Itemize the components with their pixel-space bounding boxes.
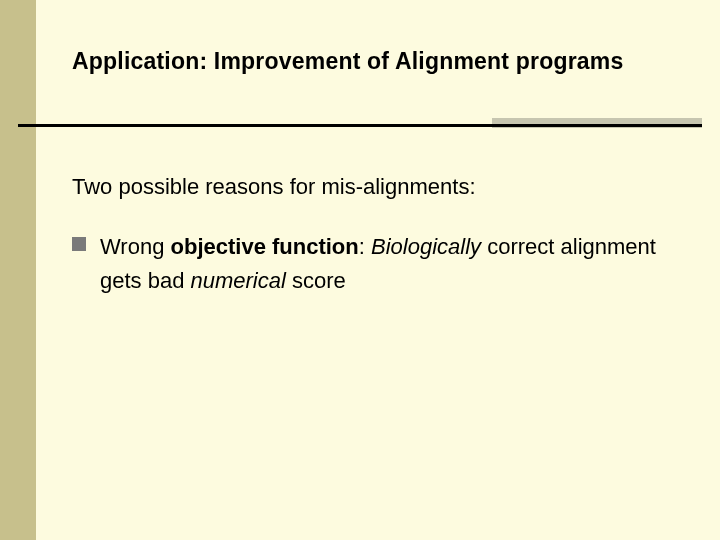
bullet-text: Wrong objective function: Biologically c… (100, 230, 672, 298)
bullet-numerical: numerical (191, 268, 286, 293)
slide: Application: Improvement of Alignment pr… (0, 0, 720, 540)
intro-text: Two possible reasons for mis-alignments: (72, 172, 668, 202)
left-accent-band (0, 0, 36, 540)
divider-line (18, 124, 702, 127)
bullet-biologically: Biologically (371, 234, 481, 259)
bullet-tail: score (286, 268, 346, 293)
bullet-colon: : (359, 234, 371, 259)
bullet-lead: Wrong (100, 234, 171, 259)
title-divider (18, 118, 702, 130)
square-bullet-icon (72, 237, 86, 251)
slide-title: Application: Improvement of Alignment pr… (72, 48, 668, 75)
bullet-objective-function: objective function (171, 234, 359, 259)
bullet-item: Wrong objective function: Biologically c… (72, 230, 672, 298)
